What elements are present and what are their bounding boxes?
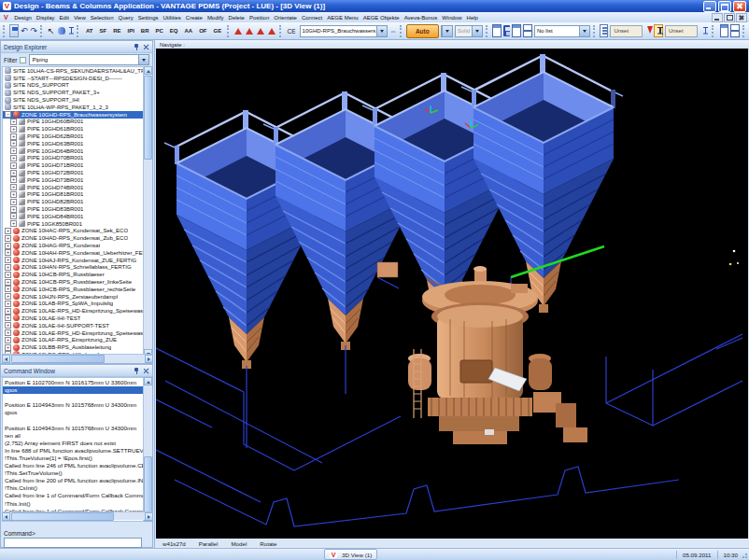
tree-item[interactable]: + PIPE 10GHD82BR001 [3,198,144,205]
position-mode-button[interactable]: GE [211,26,224,35]
window-tile-icon[interactable] [720,24,729,37]
pin-icon[interactable] [134,368,140,374]
tree-item[interactable]: + ZONE 10HAH-RPS_Kondensat_Ueberhitzer_F… [3,249,144,257]
tree-item[interactable]: SITE NDS_SUPPORT_IHI [3,96,144,104]
window-layout-icon[interactable] [730,24,740,37]
scroll-right-icon[interactable] [145,512,153,521]
expand-toggle[interactable]: + [5,257,11,263]
toolbar-grip[interactable] [227,25,231,37]
tree-item[interactable]: SITE 10LHA-WP-RPS_PAKET_1_2_3 [3,104,144,111]
toolbar-grip[interactable] [486,25,489,37]
expand-toggle[interactable]: + [5,228,11,234]
expand-toggle[interactable]: + [10,147,17,154]
draw-list-select[interactable]: No list [534,25,590,37]
menu-item[interactable]: View [71,15,88,21]
tree-item[interactable]: + PIPE 10GHD83BR001 [3,205,144,213]
unset-field-2[interactable]: Unset [665,25,698,37]
tree-item[interactable]: + ZONE 10HAN-RPS_Schnellablass_FERTIG [3,264,144,272]
filter-checkbox[interactable] [20,57,26,63]
tree-item[interactable]: SITE NDS_SUPPORT_PAKET_3+ [3,89,144,96]
expand-toggle[interactable]: + [5,301,11,307]
close-button[interactable] [733,1,746,12]
expand-toggle[interactable]: + [10,155,17,161]
scrollbar-thumb[interactable] [11,355,105,363]
menu-item[interactable]: Display [34,15,57,21]
tree-item[interactable]: + PIPE 10GHD61BR001 [3,125,144,133]
scroll-left-icon[interactable] [2,512,10,521]
window-view-icon[interactable] [512,24,521,37]
expand-toggle[interactable]: + [10,206,17,213]
scroll-up-icon[interactable] [144,377,152,385]
expand-toggle[interactable]: + [5,243,11,249]
menu-item[interactable]: Edit [57,15,71,21]
command-window-header[interactable]: Command Window [1,365,152,377]
toolbar-grip[interactable] [77,25,80,37]
expand-toggle[interactable]: + [5,293,11,300]
expand-toggle[interactable]: + [5,264,11,271]
tree-item[interactable]: + ZONE 10HCB-RPS_Russblaeser_rechteSeite [3,286,144,293]
position-mode-button[interactable]: RE [111,26,123,35]
tree-item[interactable]: + PIPE 10GHD81BR001 [3,191,144,199]
ibeam-cursor-icon[interactable] [654,24,663,37]
tree-item[interactable]: + ZONE 10LAE-RPS_HD-Einspritzung_Speisew… [3,329,144,337]
pin-icon[interactable] [134,44,140,50]
expand-toggle[interactable]: + [5,279,11,286]
scroll-left-icon[interactable] [2,355,10,363]
scroll-up-icon[interactable] [144,66,152,75]
chevron-down-icon[interactable] [138,55,148,64]
scrollbar-thumb[interactable] [144,76,152,160]
tree-item[interactable]: + ZONE 10HAG-RPS_Kondensat [3,242,144,249]
tree-item[interactable]: + PIPE 10GHD73BR001 [3,176,144,184]
menu-item[interactable]: Window [440,15,464,21]
scroll-right-icon[interactable] [145,355,153,363]
menu-item[interactable]: AEGE Menu [325,15,360,21]
expand-toggle[interactable]: + [10,170,17,176]
tree-item[interactable]: + ZONE 10LAB-RPS_SpWA_Impulsltg [3,301,144,308]
expand-toggle[interactable]: + [5,308,11,315]
tree-item[interactable]: + PIPE 10GK850BR001 [3,220,144,228]
warning-triangle-icon[interactable] [257,28,264,35]
viewport-3d[interactable] [156,49,748,539]
view-window-button[interactable]: V 3D View (1) [324,549,377,560]
expand-toggle[interactable]: + [5,329,11,336]
menu-item[interactable]: Orientate [272,15,300,21]
expand-toggle[interactable]: + [5,344,11,351]
toolbar-grip[interactable] [40,25,44,37]
tree-item[interactable]: + ZONE 10HAD-RPS_Kondensat_Zub_ECO [3,234,144,242]
document-edit-icon[interactable] [600,24,609,37]
undo-icon[interactable]: ↶ [21,25,28,37]
app-menu-icon[interactable]: V [0,14,12,21]
expand-toggle[interactable]: + [10,126,17,133]
tree-item[interactable]: + ZONE 10HCB-RPS_Russblaeser [3,271,144,278]
position-mode-button[interactable]: AA [182,26,195,35]
tree-horizontal-scrollbar[interactable] [2,354,153,362]
tree-item[interactable]: SITE --START---RPSDESIGN-DESI_D------- [3,75,144,82]
expand-toggle[interactable]: + [10,213,17,219]
expand-toggle[interactable]: + [10,140,17,147]
expand-toggle[interactable]: + [10,119,17,125]
redo-icon[interactable]: ↷ [30,25,37,37]
expand-toggle[interactable]: + [5,286,11,292]
down-arrow-icon[interactable] [644,25,652,36]
toolbar-grip[interactable] [279,25,283,37]
position-mode-button[interactable]: SF [97,26,109,35]
tree-item[interactable]: + PIPE 10GHD64BR001 [3,147,144,155]
tree-item[interactable]: + ZONE 10HJN-RPS_Zerstaeuberdampf [3,293,144,301]
tree-item[interactable]: + PIPE 10GHD84BR001 [3,213,144,220]
position-mode-button[interactable]: PC [153,26,165,35]
ce-combobox[interactable]: 10GHD-RPS_Brauchwassers [300,25,388,37]
tree-vertical-scrollbar[interactable] [143,66,151,357]
mdi-restore-icon[interactable] [724,13,735,22]
expand-toggle[interactable]: + [10,176,17,183]
chevron-down-icon[interactable] [376,26,387,36]
warning-triangle-icon[interactable] [234,28,242,35]
chevron-down-icon[interactable] [579,26,589,36]
expand-toggle[interactable]: + [5,337,11,343]
tree-item[interactable]: + PIPE 10GHD62BR001 [3,133,144,140]
menu-item[interactable]: Delete [226,15,247,21]
tree-item[interactable]: + PIPE 10GHD74BR001 [3,184,144,191]
scrollbar-thumb[interactable] [144,456,152,512]
menu-item[interactable]: Design [12,15,35,21]
menu-item[interactable]: Connect [299,15,324,21]
tree-item[interactable]: + ZONE 10LAE-IHI-TEST [3,315,144,322]
